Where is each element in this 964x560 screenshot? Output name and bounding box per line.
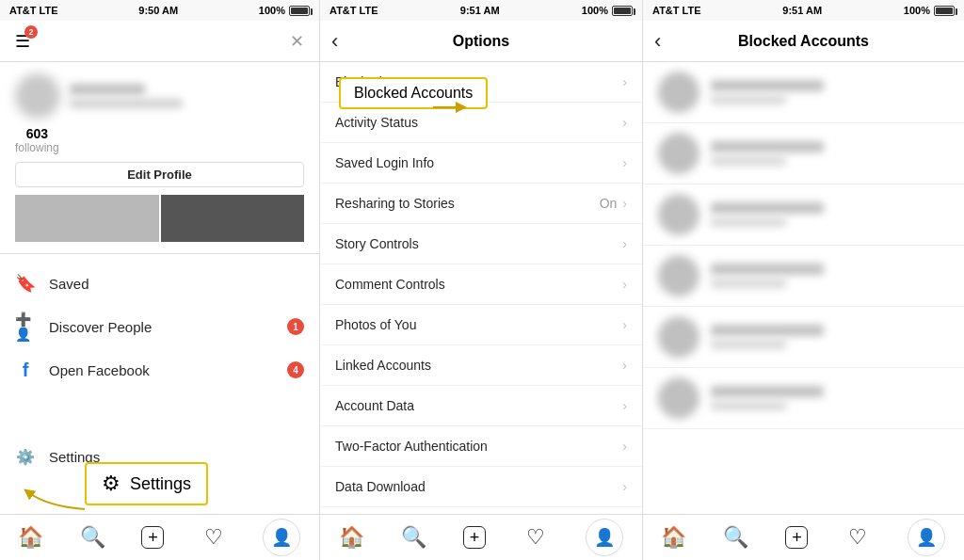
option-right-7: › xyxy=(622,358,627,373)
blocked-item-6[interactable] xyxy=(643,368,964,429)
blocked-avatar-3 xyxy=(658,194,699,235)
options-header: ‹ Options xyxy=(320,21,642,62)
time-2: 9:51 AM xyxy=(460,5,500,16)
tab-add-2[interactable]: + xyxy=(463,526,486,549)
blocked-sub-5 xyxy=(711,340,786,349)
option-activity-status[interactable]: Activity Status › xyxy=(320,103,642,143)
tab-search-1[interactable]: 🔍 xyxy=(80,525,104,550)
following-count: 603 xyxy=(15,126,59,141)
option-right-3: On › xyxy=(600,196,627,211)
time-1: 9:50 AM xyxy=(138,5,178,16)
tab-profile-2[interactable]: 👤 xyxy=(586,519,623,556)
status-bar-3: AT&T LTE 9:51 AM 100% xyxy=(643,0,964,21)
option-photos-of-you[interactable]: Photos of You › xyxy=(320,305,642,345)
tab-likes-3[interactable]: ♡ xyxy=(845,525,870,550)
option-right-1: › xyxy=(622,115,627,130)
profile-bio xyxy=(70,99,183,108)
bookmark-icon: 🔖 xyxy=(15,273,36,294)
option-data-download[interactable]: Data Download › xyxy=(320,467,642,507)
blocked-item-5[interactable] xyxy=(643,307,964,368)
discover-icon: ➕👤 xyxy=(15,316,36,337)
chevron-comment: › xyxy=(622,277,627,292)
blocked-info-6 xyxy=(711,386,824,410)
blocked-name-5 xyxy=(711,325,824,336)
option-blocked-accounts[interactable]: Blocked Accounts › xyxy=(320,62,642,103)
option-right-8: › xyxy=(622,398,627,413)
battery-percent-3: 100% xyxy=(904,5,930,16)
tab-home-3[interactable]: 🏠 xyxy=(662,525,686,550)
option-account-data[interactable]: Account Data › xyxy=(320,386,642,426)
facebook-label: Open Facebook xyxy=(49,362,274,378)
panel1-header: ☰ 2 ✕ xyxy=(0,21,319,62)
option-right-5: › xyxy=(622,277,627,292)
panel-instagram-sidebar: AT&T LTE 9:50 AM 100% ☰ 2 ✕ 603 followin… xyxy=(0,0,320,560)
avatar xyxy=(15,73,60,119)
tab-bar-3: 🏠 🔍 + ♡ 👤 xyxy=(643,514,964,560)
option-saved-login[interactable]: Saved Login Info › xyxy=(320,143,642,184)
blocked-info-2 xyxy=(711,141,824,166)
chevron-photos: › xyxy=(622,317,627,332)
option-label-blocked: Blocked Accounts xyxy=(335,74,440,89)
blocked-avatar-4 xyxy=(658,255,699,296)
discover-label: Discover People xyxy=(49,319,274,335)
tab-profile-1[interactable]: 👤 xyxy=(263,519,300,556)
option-label-2fa: Two-Factor Authentication xyxy=(335,439,488,454)
battery-percent-2: 100% xyxy=(582,5,608,16)
battery-icon-2 xyxy=(612,6,633,16)
option-label-photos: Photos of You xyxy=(335,317,416,332)
settings-area: ⚙️ Settings xyxy=(0,435,319,478)
blocked-sub-3 xyxy=(711,217,786,227)
tab-home-1[interactable]: 🏠 xyxy=(19,525,43,550)
blocked-item-4[interactable] xyxy=(643,246,964,307)
blocked-item-2[interactable] xyxy=(643,123,964,184)
back-button-2[interactable]: ‹ xyxy=(331,29,338,54)
carrier-1: AT&T LTE xyxy=(9,5,58,16)
tab-home-2[interactable]: 🏠 xyxy=(339,525,363,550)
option-two-factor[interactable]: Two-Factor Authentication › xyxy=(320,426,642,467)
settings-menu-item[interactable]: ⚙️ Settings xyxy=(0,435,319,478)
profile-top xyxy=(15,73,304,119)
option-comment-controls[interactable]: Comment Controls › xyxy=(320,264,642,305)
close-icon[interactable]: ✕ xyxy=(290,31,304,52)
chevron-resharing: › xyxy=(622,196,627,211)
facebook-badge: 4 xyxy=(287,361,304,378)
tab-add-1[interactable]: + xyxy=(141,526,164,549)
hamburger-badge: 2 xyxy=(24,25,38,39)
edit-profile-button[interactable]: Edit Profile xyxy=(15,162,304,187)
option-value-resharing: On xyxy=(600,196,618,211)
profile-grid xyxy=(15,195,304,242)
tab-likes-2[interactable]: ♡ xyxy=(523,525,548,550)
settings-icon-small: ⚙️ xyxy=(15,446,36,467)
sidebar-item-discover[interactable]: ➕👤 Discover People 1 xyxy=(0,305,319,348)
option-linked-accounts[interactable]: Linked Accounts › xyxy=(320,345,642,386)
tab-bar-2: 🏠 🔍 + ♡ 👤 xyxy=(320,514,642,560)
option-resharing[interactable]: Resharing to Stories On › xyxy=(320,184,642,224)
blocked-name-4 xyxy=(711,264,824,275)
battery-area-3: 100% xyxy=(904,5,955,16)
tab-search-3[interactable]: 🔍 xyxy=(724,525,748,550)
blocked-sub-2 xyxy=(711,156,786,166)
saved-label: Saved xyxy=(49,276,304,292)
sidebar-item-facebook[interactable]: f Open Facebook 4 xyxy=(0,348,319,392)
option-label-linked: Linked Accounts xyxy=(335,358,431,373)
chevron-blocked: › xyxy=(622,74,627,89)
option-right-10: › xyxy=(622,479,627,494)
sidebar-item-saved[interactable]: 🔖 Saved xyxy=(0,262,319,305)
tab-search-2[interactable]: 🔍 xyxy=(401,525,426,550)
tab-likes-1[interactable]: ♡ xyxy=(201,525,226,550)
profile-info xyxy=(70,84,183,108)
sidebar-menu: 🔖 Saved ➕👤 Discover People 1 f Open Face… xyxy=(0,254,319,399)
back-button-3[interactable]: ‹ xyxy=(654,29,661,54)
chevron-story: › xyxy=(622,236,627,251)
tab-profile-3[interactable]: 👤 xyxy=(908,519,945,556)
hamburger-icon[interactable]: ☰ 2 xyxy=(15,31,30,52)
battery-area-1: 100% xyxy=(259,5,310,16)
blocked-title: Blocked Accounts xyxy=(738,33,869,50)
blocked-item-1[interactable] xyxy=(643,62,964,123)
status-bar-1: AT&T LTE 9:50 AM 100% xyxy=(0,0,319,21)
facebook-icon: f xyxy=(15,360,36,380)
option-story-controls[interactable]: Story Controls › xyxy=(320,224,642,264)
blocked-item-3[interactable] xyxy=(643,184,964,246)
option-right-0: › xyxy=(622,74,627,89)
tab-add-3[interactable]: + xyxy=(785,526,808,549)
